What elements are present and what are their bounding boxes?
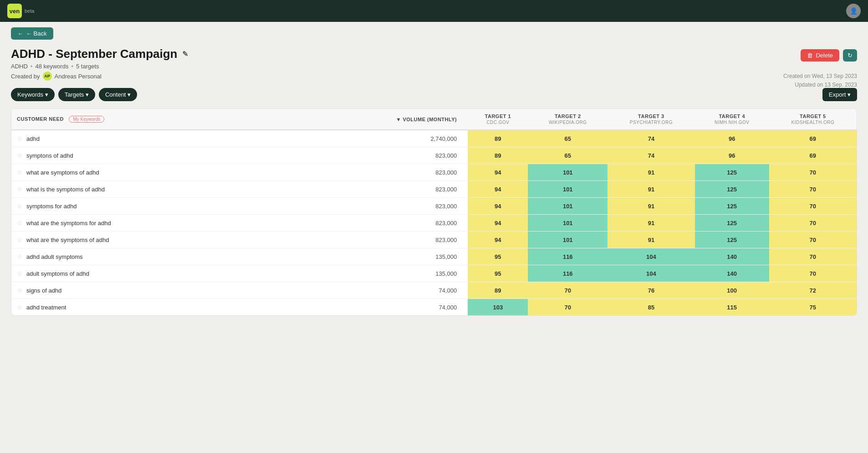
star-icon[interactable]: ☆ [17, 152, 23, 159]
score-cell-t2: 101 [528, 164, 608, 181]
keyword-cell: ☆signs of adhd [11, 282, 367, 299]
score-cell-t3: 104 [608, 265, 695, 282]
keyword-cell: ☆what are the symptoms of adhd [11, 232, 367, 248]
data-table-container: CUSTOMER NEED My Keywords ▼ VOLUME (MONT… [11, 108, 857, 316]
table-row: ☆signs of adhd74,00089707610072 [11, 282, 857, 299]
col-target4: TARGET 4 NIMH.NIH.GOV [695, 109, 769, 130]
score-cell-t4: 125 [695, 164, 769, 181]
keyword-text: adhd [26, 135, 40, 142]
created-by-row: Created by AP Andreas Personal [11, 72, 857, 81]
score-cell-t1: 95 [468, 265, 528, 282]
score-cell-t2: 70 [528, 299, 608, 316]
logo-area: ven beta [7, 4, 34, 18]
created-by-label: Created by [11, 73, 40, 80]
star-icon[interactable]: ☆ [17, 304, 23, 311]
volume-cell: 823,000 [367, 181, 468, 198]
export-button[interactable]: Export ▾ [822, 88, 857, 101]
topnav: ven beta 👤 [0, 0, 868, 22]
score-cell-t3: 74 [608, 130, 695, 147]
star-icon[interactable]: ☆ [17, 169, 23, 176]
score-cell-t3: 85 [608, 299, 695, 316]
score-cell-t5: 70 [769, 215, 857, 232]
trash-icon: 🗑 [807, 52, 813, 59]
keywords-filter-button[interactable]: Keywords ▾ [11, 88, 55, 101]
back-button[interactable]: ← ← Back [11, 27, 53, 40]
table-row: ☆adult symptoms of adhd135,0009511610414… [11, 265, 857, 282]
targets-filter-label: Targets ▾ [65, 91, 89, 98]
score-cell-t2: 101 [528, 198, 608, 215]
score-cell-t2: 65 [528, 130, 608, 147]
star-icon[interactable]: ☆ [17, 236, 23, 243]
export-label: Export ▾ [829, 91, 851, 98]
table-row: ☆symptons of adhd823,0008965749669 [11, 147, 857, 164]
score-cell-t3: 76 [608, 282, 695, 299]
targets-count: 5 targets [76, 63, 99, 70]
score-cell-t3: 91 [608, 232, 695, 248]
volume-cell: 135,000 [367, 265, 468, 282]
score-cell-t2: 101 [528, 181, 608, 198]
refresh-icon: ↻ [848, 52, 853, 59]
score-cell-t1: 89 [468, 147, 528, 164]
volume-cell: 74,000 [367, 299, 468, 316]
score-cell-t5: 72 [769, 282, 857, 299]
keywords-filter-label: Keywords ▾ [17, 91, 48, 98]
targets-filter-button[interactable]: Targets ▾ [58, 88, 95, 101]
keywords-count: 48 keywords [35, 63, 68, 70]
score-cell-t4: 125 [695, 215, 769, 232]
volume-cell: 2,740,000 [367, 130, 468, 147]
volume-cell: 135,000 [367, 248, 468, 265]
star-icon[interactable]: ☆ [17, 253, 23, 260]
col-target2: TARGET 2 WIKIPEDIA.ORG [528, 109, 608, 130]
keyword-text: what are the symptoms of adhd [26, 237, 109, 243]
score-cell-t3: 104 [608, 248, 695, 265]
toolbar: Keywords ▾ Targets ▾ Content ▾ Export ▾ [0, 81, 868, 101]
score-cell-t2: 116 [528, 248, 608, 265]
star-icon[interactable]: ☆ [17, 219, 23, 226]
score-cell-t4: 100 [695, 282, 769, 299]
keyword-cell: ☆what are symptoms of adhd [11, 164, 367, 181]
score-cell-t2: 116 [528, 265, 608, 282]
score-cell-t2: 70 [528, 282, 608, 299]
star-icon[interactable]: ☆ [17, 185, 23, 193]
keyword-cell: ☆what is the symptoms of adhd [11, 181, 367, 198]
content-filter-label: Content ▾ [105, 91, 131, 98]
keyword-text: symptoms for adhd [26, 203, 77, 210]
score-cell-t5: 70 [769, 265, 857, 282]
meta-row: ADHD • 48 keywords • 5 targets [11, 63, 857, 70]
toolbar-left: Keywords ▾ Targets ▾ Content ▾ [11, 88, 137, 101]
content-filter-button[interactable]: Content ▾ [99, 88, 137, 101]
delete-label: Delete [816, 52, 833, 59]
star-icon[interactable]: ☆ [17, 202, 23, 210]
score-cell-t4: 125 [695, 198, 769, 215]
score-cell-t1: 94 [468, 181, 528, 198]
keyword-text: symptons of adhd [26, 152, 73, 159]
keyword-text: what are symptoms of adhd [26, 169, 99, 176]
score-cell-t1: 94 [468, 215, 528, 232]
star-icon[interactable]: ☆ [17, 287, 23, 294]
star-icon[interactable]: ☆ [17, 135, 23, 142]
action-buttons: 🗑 Delete ↻ [801, 49, 857, 62]
table-row: ☆symptoms for adhd823,000941019112570 [11, 198, 857, 215]
score-cell-t1: 89 [468, 282, 528, 299]
score-cell-t3: 91 [608, 215, 695, 232]
edit-title-icon[interactable]: ✎ [182, 50, 188, 58]
delete-button[interactable]: 🗑 Delete [801, 49, 839, 62]
score-cell-t4: 96 [695, 130, 769, 147]
table-row: ☆adhd adult symptoms135,0009511610414070 [11, 248, 857, 265]
score-cell-t2: 101 [528, 232, 608, 248]
refresh-button[interactable]: ↻ [843, 49, 857, 62]
star-icon[interactable]: ☆ [17, 270, 23, 277]
table-row: ☆adhd2,740,0008965749669 [11, 130, 857, 147]
score-cell-t5: 70 [769, 164, 857, 181]
author-name: Andreas Personal [55, 73, 102, 80]
title-text: ADHD - September Campaign [11, 47, 178, 61]
keyword-text: adult symptoms of adhd [26, 270, 89, 277]
volume-cell: 74,000 [367, 282, 468, 299]
score-cell-t1: 94 [468, 164, 528, 181]
keyword-cell: ☆adhd adult symptoms [11, 248, 367, 265]
keyword-cell: ☆symptons of adhd [11, 147, 367, 164]
user-avatar[interactable]: 👤 [846, 4, 861, 18]
my-keywords-badge[interactable]: My Keywords [69, 116, 104, 123]
back-arrow-icon: ← [17, 30, 23, 37]
logo-badge: ven [7, 4, 22, 18]
